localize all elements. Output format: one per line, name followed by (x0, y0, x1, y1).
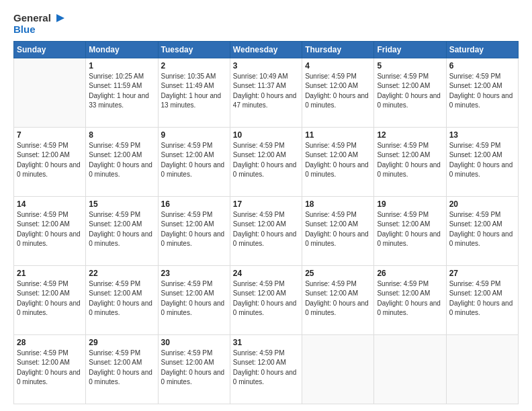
day-number: 17 (233, 199, 299, 209)
calendar-cell: 11Sunrise: 4:59 PMSunset: 12:00 AMDaylig… (302, 127, 374, 196)
calendar-week-row: 21Sunrise: 4:59 PMSunset: 12:00 AMDaylig… (14, 265, 519, 334)
calendar-cell: 31Sunrise: 4:59 PMSunset: 12:00 AMDaylig… (230, 334, 302, 404)
day-number: 30 (161, 338, 227, 347)
calendar-cell: 7Sunrise: 4:59 PMSunset: 12:00 AMDayligh… (14, 127, 86, 196)
calendar-week-row: 7Sunrise: 4:59 PMSunset: 12:00 AMDayligh… (14, 127, 519, 196)
svg-marker-0 (56, 14, 64, 22)
day-detail: Sunrise: 4:59 PMSunset: 12:00 AMDaylight… (161, 210, 227, 249)
calendar-cell: 9Sunrise: 4:59 PMSunset: 12:00 AMDayligh… (158, 127, 230, 196)
day-number: 24 (233, 269, 299, 278)
calendar-cell: 1Sunrise: 10:25 AMSunset: 11:59 AMDaylig… (86, 58, 158, 127)
calendar-cell: 14Sunrise: 4:59 PMSunset: 12:00 AMDaylig… (14, 196, 86, 265)
day-detail: Sunrise: 4:59 PMSunset: 12:00 AMDaylight… (449, 141, 515, 180)
day-detail: Sunrise: 4:59 PMSunset: 12:00 AMDaylight… (233, 141, 299, 180)
calendar-cell: 29Sunrise: 4:59 PMSunset: 12:00 AMDaylig… (86, 334, 158, 404)
calendar-cell (374, 334, 446, 404)
calendar-cell: 15Sunrise: 4:59 PMSunset: 12:00 AMDaylig… (86, 196, 158, 265)
calendar-cell: 20Sunrise: 4:59 PMSunset: 12:00 AMDaylig… (446, 196, 518, 265)
day-number: 14 (17, 199, 83, 209)
weekday-header-row: SundayMondayTuesdayWednesdayThursdayFrid… (14, 41, 519, 58)
calendar-cell: 30Sunrise: 4:59 PMSunset: 12:00 AMDaylig… (158, 334, 230, 404)
calendar-cell: 17Sunrise: 4:59 PMSunset: 12:00 AMDaylig… (230, 196, 302, 265)
day-detail: Sunrise: 4:59 PMSunset: 12:00 AMDaylight… (17, 210, 83, 249)
day-detail: Sunrise: 4:59 PMSunset: 12:00 AMDaylight… (17, 279, 83, 318)
calendar-week-row: 1Sunrise: 10:25 AMSunset: 11:59 AMDaylig… (14, 58, 519, 127)
day-number: 8 (89, 130, 154, 140)
logo-text-blue: Blue (13, 24, 36, 36)
day-number: 10 (233, 130, 299, 140)
day-number: 25 (305, 269, 371, 278)
logo-arrow-icon (52, 12, 64, 24)
day-detail: Sunrise: 4:59 PMSunset: 12:00 AMDaylight… (305, 72, 371, 111)
day-number: 26 (377, 269, 443, 278)
weekday-header-wednesday: Wednesday (230, 41, 302, 58)
calendar-cell: 24Sunrise: 4:59 PMSunset: 12:00 AMDaylig… (230, 265, 302, 334)
day-number: 1 (89, 61, 154, 71)
day-detail: Sunrise: 4:59 PMSunset: 12:00 AMDaylight… (377, 210, 443, 249)
calendar-cell: 12Sunrise: 4:59 PMSunset: 12:00 AMDaylig… (374, 127, 446, 196)
day-detail: Sunrise: 4:59 PMSunset: 12:00 AMDaylight… (449, 72, 515, 111)
day-detail: Sunrise: 4:59 PMSunset: 12:00 AMDaylight… (161, 279, 227, 318)
day-detail: Sunrise: 10:35 AMSunset: 11:49 AMDayligh… (161, 72, 227, 111)
day-detail: Sunrise: 4:59 PMSunset: 12:00 AMDaylight… (449, 210, 515, 249)
weekday-header-saturday: Saturday (446, 41, 518, 58)
day-number: 9 (161, 130, 227, 140)
calendar-cell: 26Sunrise: 4:59 PMSunset: 12:00 AMDaylig… (374, 265, 446, 334)
day-number: 27 (449, 269, 515, 278)
day-number: 18 (305, 199, 371, 209)
calendar-cell: 23Sunrise: 4:59 PMSunset: 12:00 AMDaylig… (158, 265, 230, 334)
day-detail: Sunrise: 4:59 PMSunset: 12:00 AMDaylight… (377, 279, 443, 318)
day-detail: Sunrise: 4:59 PMSunset: 12:00 AMDaylight… (305, 210, 371, 249)
day-number: 11 (305, 130, 371, 140)
day-detail: Sunrise: 4:59 PMSunset: 12:00 AMDaylight… (17, 141, 83, 180)
day-detail: Sunrise: 10:25 AMSunset: 11:59 AMDayligh… (89, 72, 154, 111)
weekday-header-monday: Monday (86, 41, 158, 58)
day-detail: Sunrise: 4:59 PMSunset: 12:00 AMDaylight… (377, 72, 443, 111)
logo: General Blue (13, 12, 64, 36)
day-number: 13 (449, 130, 515, 140)
day-detail: Sunrise: 4:59 PMSunset: 12:00 AMDaylight… (233, 279, 299, 318)
day-number: 4 (305, 61, 371, 71)
day-detail: Sunrise: 4:59 PMSunset: 12:00 AMDaylight… (305, 141, 371, 180)
calendar-week-row: 14Sunrise: 4:59 PMSunset: 12:00 AMDaylig… (14, 196, 519, 265)
day-detail: Sunrise: 4:59 PMSunset: 12:00 AMDaylight… (377, 141, 443, 180)
day-detail: Sunrise: 4:59 PMSunset: 12:00 AMDaylight… (17, 349, 83, 387)
day-detail: Sunrise: 4:59 PMSunset: 12:00 AMDaylight… (233, 349, 299, 387)
logo-text-general: General (13, 13, 51, 24)
page: General Blue SundayMondayTuesdayWednesda… (0, 0, 532, 411)
calendar-cell: 28Sunrise: 4:59 PMSunset: 12:00 AMDaylig… (14, 334, 86, 404)
day-detail: Sunrise: 10:49 AMSunset: 11:37 AMDayligh… (233, 72, 299, 111)
calendar-table: SundayMondayTuesdayWednesdayThursdayFrid… (13, 41, 519, 405)
calendar-cell: 10Sunrise: 4:59 PMSunset: 12:00 AMDaylig… (230, 127, 302, 196)
calendar-cell: 3Sunrise: 10:49 AMSunset: 11:37 AMDaylig… (230, 58, 302, 127)
day-number: 28 (17, 338, 83, 347)
day-number: 19 (377, 199, 443, 209)
day-detail: Sunrise: 4:59 PMSunset: 12:00 AMDaylight… (161, 349, 227, 387)
day-number: 12 (377, 130, 443, 140)
calendar-cell: 25Sunrise: 4:59 PMSunset: 12:00 AMDaylig… (302, 265, 374, 334)
calendar-cell: 18Sunrise: 4:59 PMSunset: 12:00 AMDaylig… (302, 196, 374, 265)
day-number: 5 (377, 61, 443, 71)
weekday-header-thursday: Thursday (302, 41, 374, 58)
calendar-cell: 16Sunrise: 4:59 PMSunset: 12:00 AMDaylig… (158, 196, 230, 265)
day-number: 15 (89, 199, 154, 209)
day-detail: Sunrise: 4:59 PMSunset: 12:00 AMDaylight… (233, 210, 299, 249)
day-detail: Sunrise: 4:59 PMSunset: 12:00 AMDaylight… (305, 279, 371, 318)
calendar-cell: 2Sunrise: 10:35 AMSunset: 11:49 AMDaylig… (158, 58, 230, 127)
weekday-header-friday: Friday (374, 41, 446, 58)
calendar-cell (446, 334, 518, 404)
day-detail: Sunrise: 4:59 PMSunset: 12:00 AMDaylight… (89, 141, 154, 180)
calendar-week-row: 28Sunrise: 4:59 PMSunset: 12:00 AMDaylig… (14, 334, 519, 404)
calendar-cell: 21Sunrise: 4:59 PMSunset: 12:00 AMDaylig… (14, 265, 86, 334)
calendar-cell: 8Sunrise: 4:59 PMSunset: 12:00 AMDayligh… (86, 127, 158, 196)
calendar-cell (14, 58, 86, 127)
day-number: 23 (161, 269, 227, 278)
day-number: 7 (17, 130, 83, 140)
calendar-cell: 4Sunrise: 4:59 PMSunset: 12:00 AMDayligh… (302, 58, 374, 127)
day-detail: Sunrise: 4:59 PMSunset: 12:00 AMDaylight… (449, 279, 515, 318)
calendar-cell: 19Sunrise: 4:59 PMSunset: 12:00 AMDaylig… (374, 196, 446, 265)
day-number: 20 (449, 199, 515, 209)
day-number: 6 (449, 61, 515, 71)
header: General Blue (13, 12, 519, 36)
weekday-header-tuesday: Tuesday (158, 41, 230, 58)
